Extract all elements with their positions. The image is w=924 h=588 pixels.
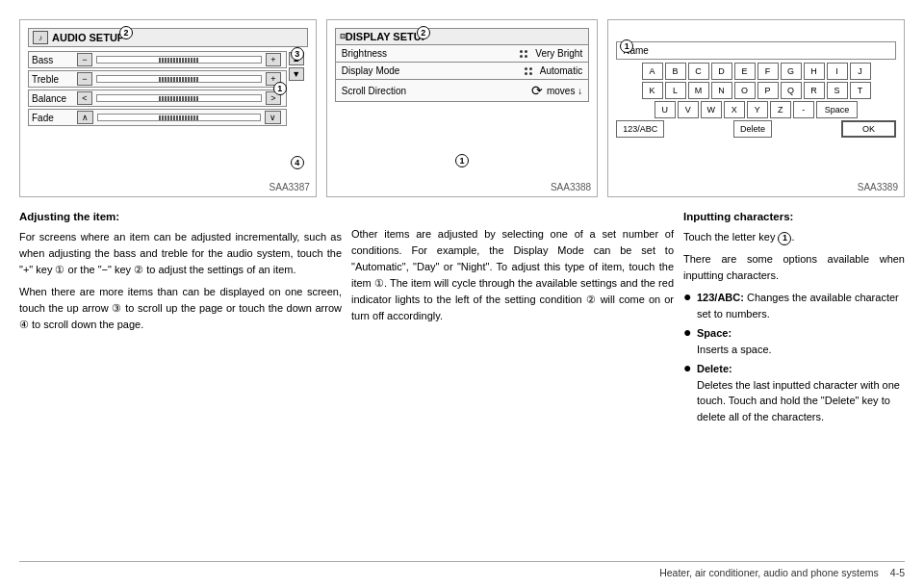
- bass-slider[interactable]: [96, 56, 262, 64]
- kb-key-i[interactable]: I: [827, 63, 848, 80]
- kb-key-u[interactable]: U: [654, 101, 676, 118]
- audio-row-balance: Balance < >: [28, 89, 287, 107]
- kb-key-c[interactable]: C: [688, 63, 709, 80]
- display-diagram: 2 ⊡ DISPLAY SETUP Brightness Very Bright: [335, 28, 589, 189]
- fade-slider[interactable]: [97, 114, 261, 121]
- kb-key-v[interactable]: V: [678, 101, 699, 118]
- bullet-dot-3: ●: [683, 361, 697, 424]
- brightness-dots-icon: [520, 50, 527, 58]
- audio-circle-3: 3: [291, 47, 304, 61]
- kb-key-a[interactable]: A: [642, 63, 663, 80]
- kb-123abc-btn[interactable]: 123/ABC: [616, 120, 664, 138]
- treble-minus-btn[interactable]: −: [77, 72, 92, 86]
- bullet-123abc-content: 123/ABC: Changes the available character…: [697, 290, 905, 321]
- kb-saa-label: SAA3389: [858, 182, 898, 192]
- bullet-space-content: Space: Inserts a space.: [697, 325, 772, 357]
- fade-down-btn[interactable]: ∨: [265, 111, 281, 124]
- balance-left-btn[interactable]: <: [77, 91, 92, 105]
- bullet-delete-text: Deletes the last inputted character with…: [697, 379, 900, 422]
- bass-minus-btn[interactable]: −: [77, 53, 92, 66]
- keyboard-diagram: 1 Name A B C D E F G H I: [616, 41, 896, 202]
- display-row-scroll: Scroll Direction ⟳ moves ↓: [335, 80, 589, 102]
- kb-ok-btn[interactable]: OK: [841, 120, 896, 138]
- diagrams-row: 2 ♪ AUDIO SETUP Bass −: [19, 19, 905, 197]
- footer-title: Heater, air conditioner, audio and phone…: [659, 567, 879, 578]
- adjusting-heading: Adjusting the item:: [19, 209, 342, 225]
- bass-plus-btn[interactable]: +: [266, 53, 281, 66]
- scroll-down-btn[interactable]: ▼: [289, 67, 304, 81]
- fade-up-btn[interactable]: ∧: [77, 111, 93, 124]
- kb-key-b[interactable]: B: [665, 63, 686, 80]
- bullet-section: ● 123/ABC: Changes the available charact…: [683, 290, 905, 424]
- bass-label: Bass: [32, 55, 75, 65]
- kb-key-f[interactable]: F: [757, 63, 779, 80]
- page-footer: Heater, air conditioner, audio and phone…: [19, 561, 905, 578]
- adjusting-col: Adjusting the item: For screens where an…: [19, 209, 342, 553]
- treble-label: Treble: [32, 74, 75, 85]
- other-items-para: Other items are adjusted by selecting on…: [351, 226, 674, 324]
- kb-key-e[interactable]: E: [734, 63, 756, 80]
- kb-row-1: A B C D E F G H I J: [616, 63, 896, 80]
- bullet-dot-2: ●: [683, 325, 697, 357]
- kb-bottom-row: 123/ABC Delete OK: [616, 120, 896, 138]
- display-circle-2: 2: [417, 26, 430, 39]
- display-mode-label: Display Mode: [342, 65, 400, 76]
- bullet-space-text: Inserts a space.: [697, 344, 772, 355]
- kb-key-dash[interactable]: -: [793, 101, 814, 118]
- audio-row-treble: Treble − +: [28, 70, 287, 88]
- treble-slider[interactable]: [96, 75, 262, 83]
- display-circle-1: 1: [455, 154, 469, 167]
- kb-row-2: K L M N O P Q R S T: [616, 82, 896, 99]
- display-title-bar: ⊡ DISPLAY SETUP: [335, 28, 589, 45]
- audio-title: AUDIO SETUP: [52, 32, 124, 43]
- kb-key-k[interactable]: K: [642, 82, 663, 99]
- kb-key-n[interactable]: N: [711, 82, 732, 99]
- kb-key-x[interactable]: X: [724, 101, 745, 118]
- scroll-label: Scroll Direction: [342, 86, 406, 96]
- kb-key-r[interactable]: R: [804, 82, 825, 99]
- audio-row-fade: Fade ∧ ∨: [28, 109, 287, 126]
- kb-key-g[interactable]: G: [781, 63, 802, 80]
- audio-diagram-box: 2 ♪ AUDIO SETUP Bass −: [19, 19, 317, 197]
- audio-row-bass: Bass − +: [28, 51, 287, 68]
- audio-circle-2: 2: [119, 26, 133, 39]
- audio-icon: ♪: [33, 31, 48, 44]
- kb-key-z[interactable]: Z: [770, 101, 791, 118]
- kb-key-o[interactable]: O: [734, 82, 756, 99]
- kb-key-h[interactable]: H: [804, 63, 825, 80]
- brightness-label: Brightness: [342, 48, 387, 59]
- inputting-heading: Inputting characters:: [683, 209, 905, 225]
- text-section: Adjusting the item: For screens where an…: [19, 209, 905, 553]
- inputting-intro1: Touch the letter key 1.: [683, 229, 905, 245]
- inputting-circle-1: 1: [778, 232, 791, 245]
- balance-slider[interactable]: [96, 94, 262, 102]
- kb-key-d[interactable]: D: [711, 63, 732, 80]
- kb-row-3: U V W X Y Z - Space: [616, 101, 896, 118]
- kb-key-s[interactable]: S: [827, 82, 848, 99]
- kb-key-q[interactable]: Q: [781, 82, 802, 99]
- scroll-setting: moves ↓: [547, 86, 582, 96]
- kb-delete-btn[interactable]: Delete: [733, 120, 772, 138]
- kb-key-t[interactable]: T: [850, 82, 871, 99]
- display-mode-value: Automatic: [525, 65, 582, 76]
- fade-label: Fade: [32, 113, 75, 123]
- audio-saa-label: SAA3387: [270, 182, 310, 192]
- kb-key-j[interactable]: J: [850, 63, 871, 80]
- audio-diagram: 2 ♪ AUDIO SETUP Bass −: [28, 28, 308, 189]
- kb-key-l[interactable]: L: [665, 82, 686, 99]
- audio-circle-4: 4: [291, 156, 304, 169]
- kb-name-field: Name: [616, 41, 896, 60]
- kb-key-y[interactable]: Y: [747, 101, 768, 118]
- kb-key-m[interactable]: M: [688, 82, 709, 99]
- other-items-col: Other items are adjusted by selecting on…: [351, 209, 674, 553]
- kb-key-p[interactable]: P: [757, 82, 779, 99]
- kb-key-w[interactable]: W: [701, 101, 722, 118]
- bullet-space-label: Space:: [697, 327, 732, 339]
- inputting-intro2: There are some options available when in…: [683, 251, 905, 284]
- bullet-123abc: ● 123/ABC: Changes the available charact…: [683, 290, 905, 321]
- display-diagram-box: 2 ⊡ DISPLAY SETUP Brightness Very Bright: [326, 19, 598, 197]
- inputting-col: Inputting characters: Touch the letter k…: [683, 209, 905, 553]
- bullet-delete-label: Delete:: [697, 363, 732, 374]
- kb-key-space[interactable]: Space: [816, 101, 859, 118]
- keyboard-diagram-box: 1 Name A B C D E F G H I: [607, 19, 905, 197]
